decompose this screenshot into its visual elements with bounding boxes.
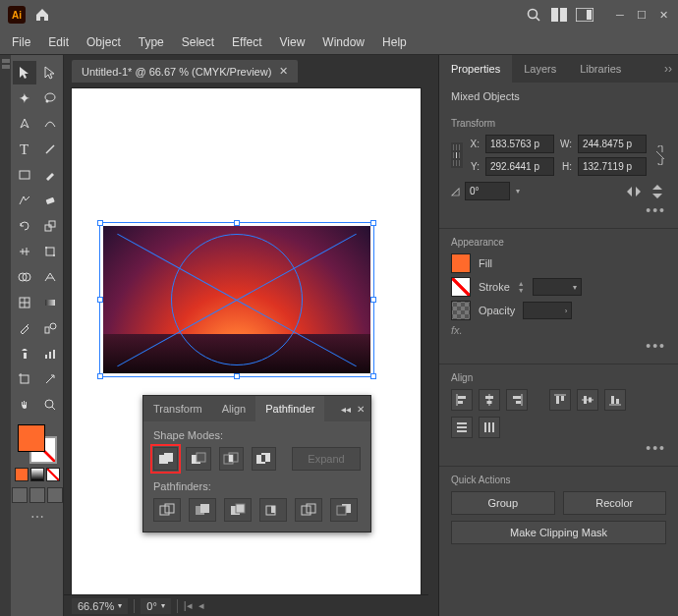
- draw-inside[interactable]: [47, 487, 63, 503]
- align-more-icon[interactable]: •••: [451, 438, 666, 458]
- rectangle-tool[interactable]: [13, 163, 36, 187]
- mesh-tool[interactable]: [13, 291, 36, 314]
- workspace-switcher-icon[interactable]: [572, 2, 597, 28]
- gradient-tool[interactable]: [38, 291, 62, 314]
- align-top-icon[interactable]: [549, 389, 571, 411]
- paintbrush-tool[interactable]: [38, 163, 62, 187]
- curvature-tool[interactable]: [38, 112, 62, 136]
- selection-tool[interactable]: [13, 61, 36, 84]
- line-segment-tool[interactable]: [38, 138, 62, 161]
- angle-dropdown-icon[interactable]: ▾: [516, 187, 520, 196]
- zoom-field[interactable]: 66.67% ▾: [72, 598, 128, 614]
- eyedropper-tool[interactable]: [13, 316, 36, 340]
- fill-color-chip[interactable]: [451, 253, 471, 273]
- opacity-input[interactable]: ›: [523, 302, 572, 319]
- panel-tab-align[interactable]: Align: [212, 396, 255, 421]
- lasso-tool[interactable]: [38, 86, 62, 110]
- pathfinder-merge[interactable]: [224, 498, 252, 522]
- fx-label[interactable]: fx.: [451, 324, 666, 336]
- artboard-tool[interactable]: [13, 367, 36, 391]
- distribute-vertical-icon[interactable]: [451, 417, 473, 438]
- menu-edit[interactable]: Edit: [40, 32, 77, 52]
- document-tab-close-icon[interactable]: ✕: [279, 65, 288, 78]
- eraser-tool[interactable]: [38, 189, 62, 212]
- menu-effect[interactable]: Effect: [224, 32, 269, 52]
- x-input[interactable]: [485, 135, 554, 153]
- selection-handle[interactable]: [234, 220, 240, 226]
- shaper-tool[interactable]: [13, 189, 36, 212]
- edit-toolbar-icon[interactable]: ⋯: [30, 509, 44, 525]
- fill-swatch[interactable]: [18, 424, 45, 452]
- width-tool[interactable]: [13, 240, 36, 263]
- selection-handle[interactable]: [97, 297, 103, 303]
- pathfinder-crop[interactable]: [259, 498, 287, 522]
- align-bottom-icon[interactable]: [604, 389, 626, 411]
- pathfinder-minus-back[interactable]: [330, 498, 358, 522]
- magic-wand-tool[interactable]: ✦: [13, 86, 36, 110]
- color-mode-gradient[interactable]: [30, 468, 44, 481]
- artboard-nav-first-icon[interactable]: |◂: [184, 599, 193, 612]
- type-tool[interactable]: T: [13, 138, 36, 161]
- selection-handle[interactable]: [97, 373, 103, 379]
- selection-handle[interactable]: [370, 297, 376, 303]
- tab-properties[interactable]: Properties: [439, 55, 512, 83]
- menu-select[interactable]: Select: [174, 32, 222, 52]
- make-clipping-mask-button[interactable]: Make Clipping Mask: [451, 521, 666, 544]
- window-minimize-button[interactable]: ─: [609, 5, 631, 25]
- pathfinder-trim[interactable]: [189, 498, 216, 522]
- align-left-icon[interactable]: [451, 389, 473, 411]
- shape-builder-tool[interactable]: [13, 265, 36, 289]
- menu-object[interactable]: Object: [79, 32, 129, 52]
- free-transform-tool[interactable]: [38, 240, 62, 263]
- shape-mode-unite[interactable]: [153, 447, 178, 471]
- align-hcenter-icon[interactable]: [479, 389, 500, 411]
- tab-layers[interactable]: Layers: [512, 55, 568, 83]
- panel-tab-transform[interactable]: Transform: [143, 396, 212, 421]
- search-icon[interactable]: [521, 2, 546, 28]
- home-icon[interactable]: [29, 2, 55, 28]
- panel-collapse-icon[interactable]: ››: [664, 55, 678, 83]
- draw-normal[interactable]: [12, 487, 28, 503]
- pathfinder-divide[interactable]: [153, 498, 181, 522]
- selection-handle[interactable]: [370, 373, 376, 379]
- menu-file[interactable]: File: [4, 32, 38, 52]
- panel-collapse-icon[interactable]: ◂◂: [341, 404, 351, 415]
- shape-mode-minus-front[interactable]: [186, 447, 210, 471]
- tab-libraries[interactable]: Libraries: [568, 55, 633, 83]
- panel-close-icon[interactable]: ✕: [357, 404, 365, 415]
- flip-vertical-icon[interactable]: [649, 183, 666, 200]
- selection-handle[interactable]: [97, 220, 103, 226]
- symbol-sprayer-tool[interactable]: [13, 342, 36, 365]
- blend-tool[interactable]: [38, 316, 62, 340]
- w-input[interactable]: [578, 135, 647, 153]
- zoom-tool[interactable]: [38, 393, 62, 417]
- stroke-weight-input[interactable]: ▾: [533, 278, 582, 296]
- scale-tool[interactable]: [38, 214, 62, 238]
- selected-artwork[interactable]: [103, 226, 370, 373]
- stroke-weight-stepper[interactable]: ▲▼: [518, 280, 525, 294]
- shape-mode-intersect[interactable]: [219, 447, 244, 471]
- stroke-color-chip[interactable]: [451, 277, 471, 297]
- direct-selection-tool[interactable]: [38, 61, 62, 84]
- angle-input[interactable]: [465, 182, 510, 200]
- selection-handle[interactable]: [234, 373, 240, 379]
- group-button[interactable]: Group: [451, 491, 555, 515]
- pen-tool[interactable]: [13, 112, 36, 136]
- h-input[interactable]: [578, 157, 647, 176]
- color-mode-none[interactable]: [46, 468, 60, 481]
- recolor-button[interactable]: Recolor: [563, 491, 667, 515]
- reference-point-selector[interactable]: [451, 142, 463, 168]
- shape-mode-exclude[interactable]: [252, 447, 276, 471]
- slice-tool[interactable]: [38, 367, 62, 391]
- draw-behind[interactable]: [29, 487, 45, 503]
- column-graph-tool[interactable]: [38, 342, 62, 365]
- artboard-nav-prev-icon[interactable]: ◂: [198, 599, 204, 612]
- pathfinder-outline[interactable]: [295, 498, 322, 522]
- window-close-button[interactable]: ✕: [652, 5, 674, 25]
- flip-horizontal-icon[interactable]: [625, 183, 643, 200]
- color-mode-solid[interactable]: [15, 468, 28, 481]
- hand-tool[interactable]: [13, 393, 36, 417]
- menu-help[interactable]: Help: [374, 32, 415, 52]
- selection-handle[interactable]: [370, 220, 376, 226]
- constrain-proportions-icon[interactable]: [654, 146, 666, 164]
